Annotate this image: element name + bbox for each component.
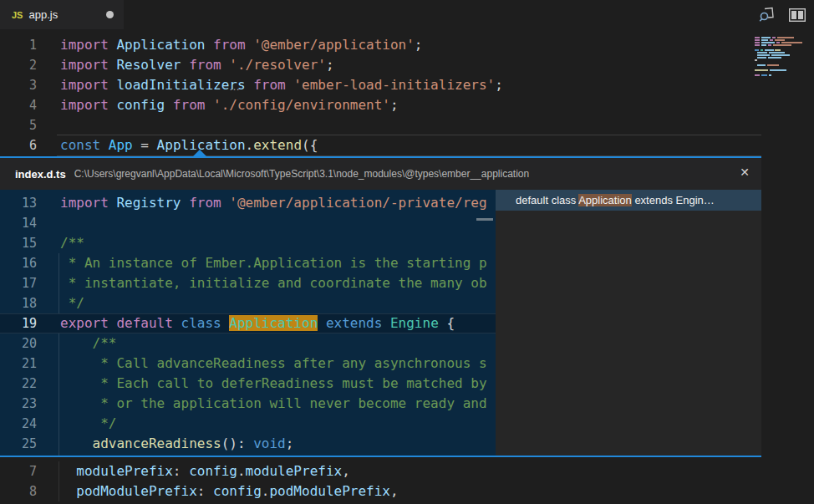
overview-ruler-marker [476,218,493,221]
code-text: advanceReadiness(): void; [60,434,293,454]
code-line[interactable]: 13import Registry from '@ember/applicati… [0,193,496,213]
current-line-highlight [57,135,761,156]
minimap-line [755,72,806,74]
minimap-line [755,62,806,64]
minimap-line [755,74,806,76]
code-text: import config from './config/environment… [60,95,399,115]
code-line[interactable]: 17 * instantiate, initialize and coordin… [0,273,496,293]
code-text: * instantiate, initialize and coordinate… [60,273,487,293]
editor-actions [758,0,806,29]
indent-guide [59,394,59,414]
code-line[interactable]: 18 */ [0,293,496,313]
code-line[interactable]: 1import Application from '@ember/applica… [0,35,761,55]
code-line[interactable]: 23 * or the application will never becom… [0,394,496,414]
code-line[interactable]: 3import loadInitializers from 'ember-loa… [0,75,761,95]
line-number: 24 [0,414,37,434]
vscode-window: 1import Application from '@ember/applica… [0,0,814,504]
minimap[interactable] [755,37,806,77]
code-text: podModulePrefix: config.podModulePrefix, [60,481,399,501]
code-text: import Registry from '@ember/application… [60,193,487,213]
result-text-tail: extends Engin… [632,194,715,206]
code-text: modulePrefix: config.modulePrefix, [60,461,350,481]
peek-editor: 12import Engine from '@ember/engine';13i… [0,190,496,456]
peek-title-filename: index.d.ts [15,168,66,181]
minimap-line [755,67,806,69]
line-number: 1 [0,35,37,55]
line-number: 18 [0,293,37,313]
result-match-highlight: Application [578,194,632,206]
minimap-line [755,54,806,56]
code-text: import loadInitializers from 'ember-load… [60,75,503,95]
code-line[interactable]: 14 [0,213,496,233]
code-line[interactable]: 5 [0,115,761,135]
close-icon[interactable]: ✕ [740,165,750,179]
peek-results-list: default class Application extends Engin… [496,190,761,456]
peek-header: index.d.ts C:\Users\gregvanl\AppData\Loc… [0,158,761,190]
code-line[interactable]: 24 */ [0,414,496,434]
result-text: default class [516,194,578,206]
code-text: * Call advanceReadiness after any asynch… [60,354,487,374]
code-line[interactable]: 22 * Each call to deferReadiness must be… [0,374,496,394]
code-line[interactable]: 19export default class Application exten… [0,313,496,333]
minimap-line [755,49,806,51]
open-preview-icon[interactable] [758,6,776,23]
line-number: 3 [0,75,37,95]
peek-definition-widget: index.d.ts C:\Users\gregvanl\AppData\Loc… [0,156,761,457]
line-number: 20 [0,333,37,354]
modified-indicator-dot[interactable] [106,11,114,18]
code-text: */ [60,293,84,313]
line-number: 8 [0,481,37,501]
line-number: 22 [0,374,37,394]
reference-list-item[interactable]: default class Application extends Engin… [496,190,761,211]
line-number: 7 [0,461,37,481]
tab-title: app.js [28,8,58,21]
indent-guide [59,481,59,501]
code-text: * Each call to deferReadiness must be ma… [60,374,487,394]
line-number: 19 [0,313,37,333]
minimap-line [755,42,806,43]
line-number: 13 [0,193,37,213]
code-line[interactable]: 4import config from './config/environmen… [0,95,761,115]
line-number: 5 [0,115,37,135]
code-line[interactable]: 7 modulePrefix: config.modulePrefix, [0,461,761,481]
code-line[interactable]: 2import Resolver from './resolver'; [0,55,761,75]
indent-guide [59,253,59,273]
line-number: 15 [0,233,37,253]
peek-title-path: C:\Users\gregvanl\AppData\Local\Microsof… [74,168,529,180]
line-number: 2 [0,55,37,75]
indent-guide [59,374,59,394]
peek-body: 12import Engine from '@ember/engine';13i… [0,190,761,456]
minimap-line [755,57,806,59]
minimap-line [755,52,806,53]
code-text: * An instance of Ember.Application is th… [60,253,487,273]
code-line[interactable]: 15/** [0,233,496,253]
indent-guide [59,293,59,313]
tab-app-js[interactable]: JS app.js [0,0,124,29]
line-number: 17 [0,273,37,293]
code-text: export default class Application extends… [60,313,455,333]
code-line[interactable]: 21 * Call advanceReadiness after any asy… [0,354,496,374]
split-editor-icon[interactable] [789,8,806,22]
indent-guide [59,354,59,374]
line-number: 21 [0,354,37,374]
line-number: 25 [0,434,37,454]
indent-guide [59,461,59,481]
indent-guide [59,454,59,456]
minimap-line [755,47,806,48]
line-number: 14 [0,213,37,233]
minimap-line [755,64,806,66]
minimap-line [755,37,806,38]
indent-guide [59,273,59,293]
code-line[interactable]: 20 /** [0,333,496,354]
minimap-line [755,69,806,71]
line-number: 26 [0,454,37,456]
code-text: /** [60,333,116,354]
minimap-line [755,59,806,61]
code-line[interactable]: 26 /** [0,454,496,456]
code-text: /** [60,454,116,456]
line-number: 16 [0,253,37,273]
code-line[interactable]: 16 * An instance of Ember.Application is… [0,253,496,273]
code-line[interactable]: 8 podModulePrefix: config.podModulePrefi… [0,481,761,501]
peek-arrow [192,150,207,157]
code-line[interactable]: 25 advanceReadiness(): void; [0,434,496,454]
